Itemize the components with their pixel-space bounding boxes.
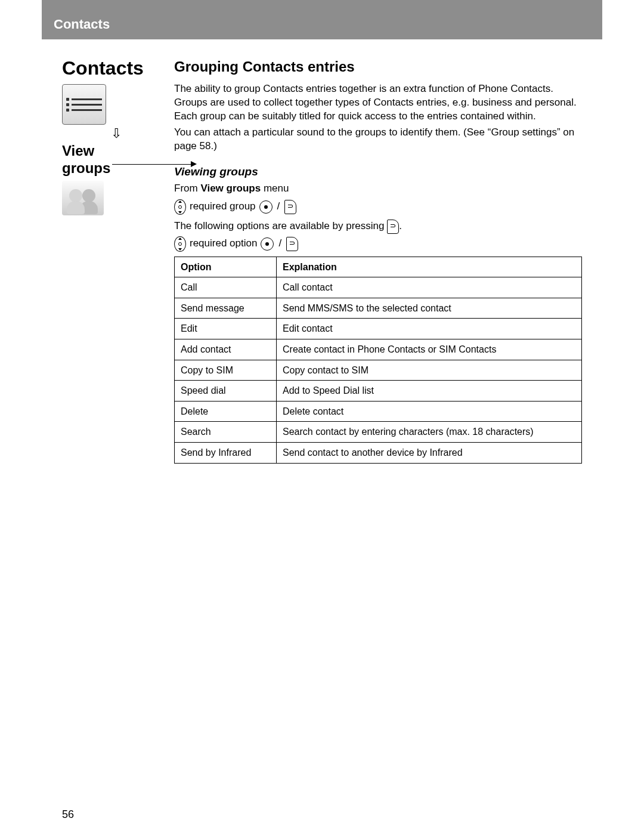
option-cell: Edit (175, 319, 277, 339)
options-intro-prefix: The following options are available by p… (174, 220, 387, 231)
sidebar-subtitle: View groups (62, 143, 157, 177)
connector-arrow-icon (191, 161, 197, 167)
subsection-heading: Viewing groups (174, 164, 582, 180)
from-bold: View groups (200, 183, 261, 194)
explanation-cell: Send contact to another device by Infrar… (277, 443, 582, 464)
nav-text-2: required option (190, 237, 257, 251)
separator: / (277, 237, 283, 251)
option-cell: Copy to SIM (175, 360, 277, 381)
explanation-cell: Call contact (277, 277, 582, 298)
sidebar-subtitle-line2: groups (62, 160, 110, 176)
sidebar: Contacts ⇩ View groups (62, 57, 157, 464)
table-row: Delete Delete contact (175, 401, 582, 422)
option-cell: Call (175, 277, 277, 298)
breadcrumb: Contacts (54, 17, 590, 32)
option-cell: Speed dial (175, 381, 277, 402)
nav-instruction-2: required option / (174, 236, 582, 252)
from-prefix: From (174, 183, 200, 194)
column-header-option: Option (175, 257, 277, 277)
options-intro-suffix: . (399, 220, 402, 231)
softkey-icon (286, 237, 298, 251)
navigation-key-icon (174, 236, 186, 252)
option-cell: Send by Infrared (175, 443, 277, 464)
explanation-cell: Add to Speed Dial list (277, 381, 582, 402)
table-header-row: Option Explanation (175, 257, 582, 277)
nav-text-1: required group (190, 200, 256, 214)
column-header-explanation: Explanation (277, 257, 582, 277)
explanation-cell: Search contact by entering characters (m… (277, 422, 582, 443)
explanation-cell: Create contact in Phone Contacts or SIM … (277, 339, 582, 360)
option-cell: Send message (175, 298, 277, 319)
arrow-down-icon: ⇩ (75, 127, 157, 140)
table-row: Speed dial Add to Speed Dial list (175, 381, 582, 402)
separator: / (276, 200, 281, 214)
intro-paragraph-2: You can attach a particular sound to the… (174, 126, 582, 153)
explanation-cell: Delete contact (277, 401, 582, 422)
page-number: 56 (62, 808, 74, 821)
from-suffix: menu (261, 183, 289, 194)
view-groups-icon (62, 181, 104, 215)
explanation-cell: Edit contact (277, 319, 582, 339)
contacts-list-icon (62, 84, 106, 125)
table-row: Add contact Create contact in Phone Cont… (175, 339, 582, 360)
softkey-icon (284, 200, 296, 214)
connector-line (112, 164, 192, 165)
nav-instruction-1: required group / (174, 199, 582, 215)
manual-page: Contacts Contacts ⇩ View groups (42, 0, 602, 835)
explanation-cell: Copy contact to SIM (277, 360, 582, 381)
softkey-icon (387, 220, 399, 234)
table-row: Copy to SIM Copy contact to SIM (175, 360, 582, 381)
main-content: Grouping Contacts entries The ability to… (174, 57, 582, 464)
navigation-key-icon (174, 199, 186, 215)
table-row: Send message Send MMS/SMS to the selecte… (175, 298, 582, 319)
option-cell: Search (175, 422, 277, 443)
from-menu-line: From View groups menu (174, 182, 582, 196)
page-header-band: Contacts (42, 0, 602, 39)
center-key-icon (259, 200, 273, 214)
option-cell: Add contact (175, 339, 277, 360)
table-row: Send by Infrared Send contact to another… (175, 443, 582, 464)
section-title: Grouping Contacts entries (174, 57, 582, 76)
explanation-cell: Send MMS/SMS to the selected contact (277, 298, 582, 319)
intro-paragraph-1: The ability to group Contacts entries to… (174, 82, 582, 123)
options-intro: The following options are available by p… (174, 220, 582, 234)
options-table: Option Explanation Call Call contact Sen… (174, 257, 582, 464)
sidebar-subtitle-line1: View (62, 143, 94, 159)
table-row: Search Search contact by entering charac… (175, 422, 582, 443)
option-cell: Delete (175, 401, 277, 422)
center-key-icon (261, 237, 274, 251)
table-row: Edit Edit contact (175, 319, 582, 339)
sidebar-title: Contacts (62, 57, 157, 79)
table-row: Call Call contact (175, 277, 582, 298)
